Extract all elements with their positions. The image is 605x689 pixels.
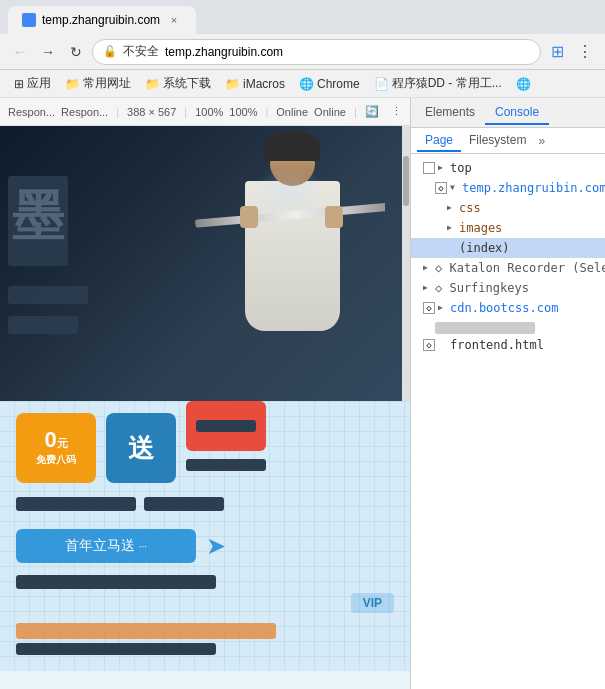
tab-elements[interactable]: Elements [415,101,485,125]
devtools-tabs: Elements Console ≫ [411,98,605,128]
tree-item-index[interactable]: (index) [411,238,605,258]
toolbar-more[interactable]: ⋮ [391,105,402,118]
redacted-7 [16,643,216,655]
file-tree: ▶ top ◇ ▼ temp.zhangruibin.com ▶ css [411,154,605,689]
vip-label: VIP [351,593,394,613]
hero-image: 墨 [0,126,410,401]
subtab-more-button[interactable]: » [534,134,549,148]
browser-content: Respon... Respon... | 388 × 567 | 100% 1… [0,98,605,689]
apps-icon: ⊞ [14,77,24,91]
back-button[interactable]: ← [8,40,32,64]
tree-item-frontend[interactable]: ◇ frontend.html [411,335,605,355]
globe-icon: 🌐 [516,77,531,91]
zoom-text: 100% [229,106,257,118]
navigation-bar: ← → ↻ 🔓 不安全 temp.zhangruibin.com ⊞ ⋮ [0,34,605,70]
page-toolbar: Respon... Respon... | 388 × 567 | 100% 1… [0,98,410,126]
arrow-right-icon: ➤ [206,532,226,560]
checkbox-cdn[interactable]: ◇ [423,302,435,314]
dimensions-label: 388 × 567 [127,106,176,118]
tree-item-top[interactable]: ▶ top [411,158,605,178]
security-icon: 🔓 [103,45,117,58]
zoom-label[interactable]: 100% [195,106,223,118]
tree-item-surfingkeys[interactable]: ▶ ◇ Surfingkeys [411,278,605,298]
bookmark-apps[interactable]: ⊞ 应用 [8,73,57,94]
address-bar[interactable]: 🔓 不安全 temp.zhangruibin.com [92,39,541,65]
tab-favicon-icon [22,13,36,27]
extensions-button[interactable]: ⊞ [545,40,569,64]
zero-label: 0 [44,427,56,452]
folder-icon-2: 📁 [145,77,160,91]
redacted-5 [16,575,216,589]
tree-item-images[interactable]: ▶ images [411,218,605,238]
bookmark-changeyong[interactable]: 📁 常用网址 [59,73,137,94]
promo-give-box: 送 [106,413,176,483]
tree-label-hidden [435,322,535,334]
checkbox-frontend[interactable]: ◇ [423,339,435,351]
tree-label-top: top [450,159,472,177]
devtools-panel: Elements Console ≫ Page Filesystem » ▶ [410,98,605,689]
tab-label: temp.zhangruibin.com [42,13,160,27]
promo-zero-box: 0元 免费八码 [16,413,96,483]
menu-button[interactable]: ⋮ [573,40,597,64]
folder-icon-3: 📁 [225,77,240,91]
redacted-row-2 [16,493,394,515]
bookmarks-bar: ⊞ 应用 📁 常用网址 📁 系统下载 📁 iMacros 🌐 Chrome 📄 … [0,70,605,98]
redacted-row-3 [16,575,394,589]
security-label: 不安全 [123,43,159,60]
vip-row: VIP [16,593,394,613]
redacted-2 [186,459,266,471]
bookmark-extra[interactable]: 🌐 [510,75,537,93]
redacted-6 [16,623,276,639]
tree-item-hidden [411,318,605,335]
redacted-1 [196,420,256,432]
yuan-label: 元 [57,437,68,449]
forward-button[interactable]: → [36,40,60,64]
tree-item-temp[interactable]: ◇ ▼ temp.zhangruibin.com [411,178,605,198]
give-label: 送 [128,431,154,466]
tree-item-cdn[interactable]: ◇ ▶ cdn.bootcss.com [411,298,605,318]
checkbox-temp[interactable]: ◇ [435,182,447,194]
tree-item-css[interactable]: ▶ css [411,198,605,218]
tab-console[interactable]: Console [485,101,549,125]
tree-label-images: images [459,219,502,237]
redacted-4 [144,497,224,511]
cta-button[interactable]: 首年立马送 ··· [16,529,196,563]
bookmark-chengxu[interactable]: 📄 程序猿DD - 常用工... [368,73,508,94]
subtab-filesystem[interactable]: Filesystem [461,130,534,152]
cta-sub: ··· [139,541,147,552]
promo-red-box [186,401,266,451]
sync-icon[interactable]: 🔄 [365,105,379,118]
active-tab[interactable]: temp.zhangruibin.com × [8,6,196,34]
redacted-3 [16,497,136,511]
bookmark-imacros[interactable]: 📁 iMacros [219,75,291,93]
checkbox-top[interactable] [423,162,435,174]
toolbar-divider-1: | [116,106,119,118]
url-domain: temp.zhangruibin.com [165,45,283,59]
promo-section: 0元 免费八码 送 [0,401,410,671]
tree-label-surfingkeys: ◇ Surfingkeys [435,279,529,297]
subtab-page[interactable]: Page [417,130,461,152]
webpage-area: Respon... Respon... | 388 × 567 | 100% 1… [0,98,410,689]
bookmark-chrome[interactable]: 🌐 Chrome [293,75,366,93]
tree-label-index: (index) [459,239,510,257]
reload-button[interactable]: ↻ [64,40,88,64]
responsive-label[interactable]: Respon... [8,106,55,118]
tree-label-temp: temp.zhangruibin.com [462,179,605,197]
tree-label-cdn: cdn.bootcss.com [450,299,558,317]
tree-label-frontend: frontend.html [450,336,544,354]
toolbar-divider-4: | [354,106,357,118]
toolbar-divider-3: | [265,106,268,118]
tab-close-button[interactable]: × [166,12,182,28]
page-content: 墨 0元 免费八码 送 [0,126,410,689]
folder-icon-1: 📁 [65,77,80,91]
tree-label-katalon: ◇ Katalon Recorder (Selenium [435,259,605,277]
tree-label-css: css [459,199,481,217]
cta-row: 首年立马送 ··· ➤ [16,523,394,569]
redacted-row-4 [16,623,394,639]
network-label[interactable]: Online [276,106,308,118]
bookmark-xitong[interactable]: 📁 系统下载 [139,73,217,94]
tree-item-katalon[interactable]: ▶ ◇ Katalon Recorder (Selenium [411,258,605,278]
page-icon-1: 📄 [374,77,389,91]
promo-row-1: 0元 免费八码 送 [16,413,394,483]
chrome-icon: 🌐 [299,77,314,91]
